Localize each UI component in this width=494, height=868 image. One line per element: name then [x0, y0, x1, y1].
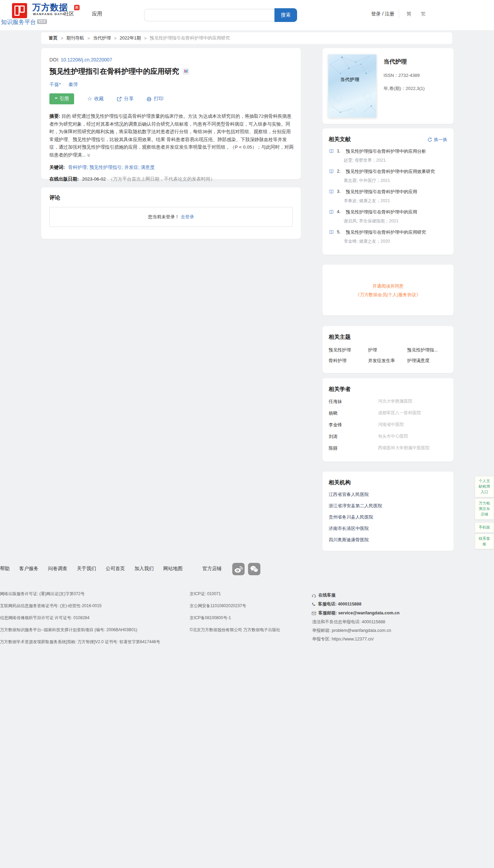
float-doc-check-button[interactable]: 个人文献检测入口 — [475, 476, 494, 497]
share-button[interactable]: 分享 — [117, 96, 133, 102]
org-link[interactable]: 江西省宜春人民医院 — [329, 491, 447, 498]
journal-name[interactable]: 当代护理 — [384, 58, 425, 66]
scholar-name[interactable]: 陈丽 — [329, 445, 378, 451]
keyword-link[interactable]: 预见性护理指引 — [89, 165, 124, 170]
author-link[interactable]: 秦萍 — [68, 82, 78, 87]
related-ref-item[interactable]: 5. 预见性护理指引在骨科护理中的应用研究 李金锋; 健康之友；2020 — [329, 229, 447, 244]
ref-title[interactable]: 预见性护理指引在骨科护理中的应用效果研究 — [346, 169, 435, 175]
scholar-name[interactable]: 李金锋 — [329, 422, 378, 428]
scholar-name[interactable]: 杨晓 — [329, 410, 378, 416]
topic-link[interactable]: 预见性护理指... — [407, 347, 447, 353]
scholar-affiliation: 河南省中医院 — [378, 422, 404, 428]
related-scholars-card: 相关学者 任海妹 河北大学附属医院 杨晓 成都军区八一骨科医院 李金锋 河南省中… — [322, 378, 454, 462]
related-orgs-card: 相关机构 江西省宜春人民医院 浙江省淳安县第二人民医院 贵州省务川县人民医院 济… — [322, 472, 454, 551]
org-link[interactable]: 四川奥斯迪康骨医院 — [329, 537, 447, 543]
related-ref-item[interactable]: 2. 预见性护理指引在骨科护理中的应用效果研究 黄志霞; 中外医疗；2021 — [329, 169, 447, 184]
related-topics-title: 相关主题 — [329, 334, 447, 341]
ref-title[interactable]: 预见性护理指引在骨科护理中的应用 — [346, 189, 417, 195]
float-mobile-button[interactable]: 手机版 — [475, 522, 494, 533]
scholar-name[interactable]: 任海妹 — [329, 398, 378, 405]
ref-meta: 李金锋; 健康之友；2020 — [344, 239, 447, 244]
org-link[interactable]: 贵州省务川县人民医院 — [329, 514, 447, 520]
related-ref-item[interactable]: 4. 预见性护理指引在骨科护理中的应用 谢启凤; 养生保健指南；2021 — [329, 209, 447, 224]
ref-title[interactable]: 预见性护理指引在骨科护理中的应用研究 — [346, 229, 426, 235]
breadcrumb-separator: > — [61, 36, 63, 41]
breadcrumb-journal[interactable]: 当代护理 — [93, 35, 111, 41]
scholar-name[interactable]: 刘涛 — [329, 433, 378, 440]
breadcrumb-home[interactable]: 首页 — [49, 35, 58, 41]
wechat-icon[interactable] — [248, 563, 260, 575]
footer-link-sitemap[interactable]: 网站地图 — [163, 566, 183, 572]
book-icon — [329, 189, 334, 194]
print-label: 打印 — [154, 96, 163, 102]
footer-link-about[interactable]: 关于我们 — [77, 566, 96, 572]
journal-cover-title: 当代护理 — [328, 77, 372, 83]
brand-name[interactable]: 万方数据 — [32, 2, 68, 13]
scholar-affiliation: 河北大学附属医院 — [378, 398, 412, 405]
footer-link-service[interactable]: 客户服务 — [19, 566, 38, 572]
topic-link[interactable]: 骨科护理 — [329, 358, 368, 364]
doi-link[interactable]: 10.12208/j.cn.20220007 — [61, 57, 112, 62]
search-input[interactable] — [144, 9, 274, 21]
quote-icon: “ — [55, 98, 58, 102]
breadcrumb-journal-nav[interactable]: 期刊导航 — [67, 35, 84, 41]
version-badge: V2.0 — [37, 19, 47, 24]
abstract-text: 目的 研究通过预见性护理指引提高骨科护理质量的临床疗效。方法 为达成本次研究目的… — [49, 114, 294, 158]
topic-link[interactable]: 护理 — [368, 347, 407, 353]
article-actions: “ 引用 ☆ 收藏 分享 打印 — [49, 93, 293, 104]
keyword-link[interactable]: 满意度 — [141, 165, 155, 170]
topic-link[interactable]: 并发症发生率 — [368, 358, 407, 364]
login-register-link[interactable]: 登录 / 注册 — [371, 11, 395, 17]
footer-link-join[interactable]: 加入我们 — [134, 566, 154, 572]
header: 万方数据 WANFANG DATA 知识服务平台 V2.0 社区 惠 应用 搜索… — [0, 0, 494, 30]
related-ref-item[interactable]: 1. 预见性护理指引在骨科护理中的应用分析 赵雯; 母婴世界；2021 — [329, 148, 447, 163]
journal-cover[interactable]: 当代护理 — [328, 54, 377, 118]
float-contact-button[interactable]: 联系客服 — [475, 534, 494, 549]
org-link[interactable]: 浙江省淳安县第二人民医院 — [329, 503, 447, 509]
metrics-badge[interactable]: M — [183, 68, 189, 75]
ref-title[interactable]: 预见性护理指引在骨科护理中的应用 — [346, 209, 417, 215]
footer-license-line: 万方数据知识服务平台--国家科技支撑计划资助项目 (编号: 2006BAH03B… — [0, 627, 160, 633]
expand-abstract-icon[interactable] — [86, 152, 91, 160]
cite-button[interactable]: “ 引用 — [49, 93, 74, 104]
hot-badge: 惠 — [74, 5, 80, 10]
lang-simplified[interactable]: 简 — [407, 11, 411, 17]
print-button[interactable]: 打印 — [146, 96, 163, 102]
footer-link-shop[interactable]: 官方店铺 — [202, 566, 222, 572]
keywords-line: 关键词: 骨科护理预见性护理指引并发症满意度 — [49, 164, 293, 171]
scholar-affiliation: 包头市中心医院 — [378, 433, 408, 440]
breadcrumb-issue[interactable]: 2022年1期 — [120, 35, 141, 41]
footer-link-help[interactable]: 帮助 — [0, 566, 10, 572]
article-card: DOI: 10.12208/j.cn.20220007 预见性护理指引在骨科护理… — [41, 48, 301, 179]
ref-meta: 李春波; 健康之友；2021 — [344, 198, 447, 204]
nav-community[interactable]: 社区 惠 — [64, 11, 74, 17]
wanfang-logo-icon[interactable] — [12, 3, 27, 18]
topic-link[interactable]: 预见性护理 — [329, 347, 368, 353]
online-service-line[interactable]: 在线客服 — [311, 592, 400, 598]
weibo-icon[interactable] — [232, 563, 245, 575]
float-jd-shop-button[interactable]: 万方检测京东店铺 — [475, 498, 494, 520]
ref-title[interactable]: 预见性护理指引在骨科护理中的应用分析 — [346, 148, 426, 154]
nav-apps[interactable]: 应用 — [92, 11, 102, 17]
go-login-link[interactable]: 去登录 — [181, 214, 194, 220]
refresh-button[interactable]: 换一换 — [427, 137, 447, 143]
topic-link[interactable]: 护理满意度 — [407, 358, 447, 364]
author-link[interactable]: 干葵* — [49, 82, 61, 87]
pubdate-value: 2023-06-02 — [82, 176, 106, 182]
keyword-link[interactable]: 骨科护理 — [68, 165, 90, 170]
lang-traditional[interactable]: 繁 — [421, 11, 426, 17]
abstract-label: 摘要: — [49, 114, 60, 119]
ref-number: 1. — [337, 148, 343, 153]
comments-card: 评论 您当前未登录！ 去登录 — [41, 187, 301, 239]
member-agreement-link[interactable]: 《万方数据会员(个人)服务协议》 — [329, 292, 447, 298]
footer-link-company[interactable]: 公司首页 — [106, 566, 125, 572]
keyword-link[interactable]: 并发症 — [124, 165, 141, 170]
collect-button[interactable]: ☆ 收藏 — [87, 96, 104, 102]
scholar-row: 杨晓 成都军区八一骨科医院 — [329, 410, 447, 416]
related-ref-item[interactable]: 3. 预见性护理指引在骨科护理中的应用 李春波; 健康之友；2021 — [329, 189, 447, 204]
report-site[interactable]: 举报专区: https://www.12377.cn/ — [312, 636, 400, 642]
footer-link-survey[interactable]: 问卷调查 — [48, 566, 67, 572]
search-button[interactable]: 搜索 — [274, 8, 297, 22]
org-link[interactable]: 济南市长清区中医院 — [329, 525, 447, 532]
related-orgs-title: 相关机构 — [329, 479, 447, 486]
